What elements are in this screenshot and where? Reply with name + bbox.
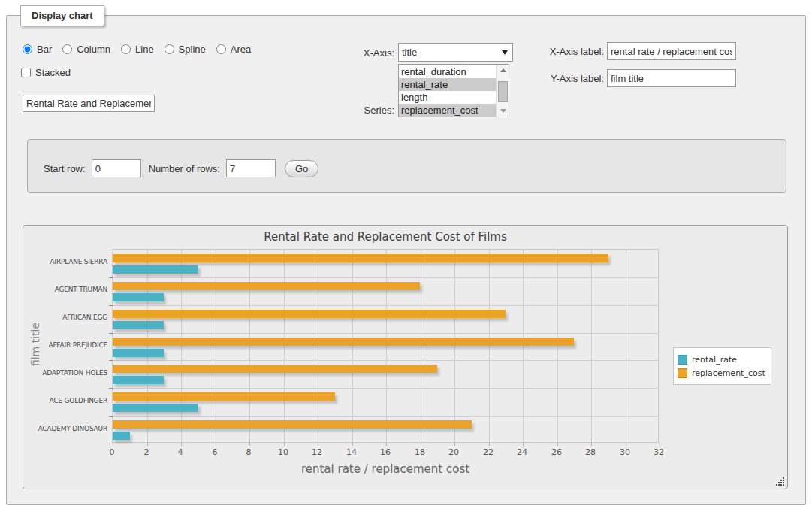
stacked-label[interactable]: Stacked: [35, 67, 71, 78]
chart-type-label-column[interactable]: Column: [77, 44, 110, 55]
scroll-up-icon[interactable]: [497, 65, 509, 76]
bar-rental_rate-adaptation-holes: [113, 376, 164, 384]
row-range-panel: Start row: Number of rows: Go: [27, 139, 786, 193]
gridline-vertical: [557, 250, 558, 442]
chart-type-label-spline[interactable]: Spline: [179, 44, 206, 55]
category-label: ACADEMY DINOSAUR: [23, 425, 107, 432]
gridline-horizontal: [113, 360, 658, 361]
gridline-vertical: [352, 250, 353, 442]
x-tick-mark: [181, 442, 182, 446]
bar-rental_rate-african-egg: [113, 321, 164, 329]
x-tick-mark: [557, 442, 558, 446]
x-tick-label: 2: [144, 447, 149, 457]
fieldset-legend: Display chart: [20, 5, 104, 26]
x-axis-label-caption: X-Axis label:: [538, 46, 604, 57]
y-tick-mark: [109, 416, 113, 417]
chart-title: Rental Rate and Replacement Cost of Film…: [112, 230, 659, 244]
x-axis-select[interactable]: title: [398, 43, 513, 62]
y-tick-mark: [109, 333, 113, 334]
bar-rental_rate-academy-dinosaur: [113, 432, 130, 440]
category-label: AGENT TRUMAN: [23, 286, 107, 293]
x-tick-mark: [626, 442, 626, 446]
x-tick-label: 28: [585, 447, 596, 457]
series-scrollbar[interactable]: [496, 65, 509, 117]
series-option-replacement_cost[interactable]: replacement_cost: [399, 104, 496, 117]
series-multiselect[interactable]: rental_durationrental_ratelengthreplacem…: [398, 64, 509, 117]
y-axis-title: film title: [29, 314, 41, 374]
chart-type-radio-bar[interactable]: [23, 44, 32, 54]
num-rows-label: Number of rows:: [149, 163, 220, 174]
y-tick-mark: [109, 388, 113, 389]
x-tick-label: 6: [213, 447, 218, 457]
y-axis-label-input[interactable]: [607, 69, 736, 87]
x-tick-mark: [284, 442, 285, 446]
scroll-down-icon[interactable]: [497, 105, 509, 117]
x-tick-label: 16: [380, 447, 391, 457]
chart-title-input[interactable]: [23, 95, 155, 112]
gridline-horizontal: [113, 388, 658, 389]
gridline-vertical: [284, 250, 285, 442]
series-option-rental_duration[interactable]: rental_duration: [399, 65, 496, 78]
x-tick-mark: [421, 442, 421, 446]
stacked-row: Stacked: [21, 67, 71, 78]
gridline-vertical: [181, 250, 182, 442]
series-option-rental_rate[interactable]: rental_rate: [399, 78, 496, 91]
x-tick-label: 22: [483, 447, 494, 457]
legend-swatch: [678, 355, 687, 365]
chart-type-label-bar[interactable]: Bar: [37, 44, 52, 55]
legend-label: rental_rate: [692, 355, 737, 365]
series-option-list: rental_durationrental_ratelengthreplacem…: [399, 65, 496, 117]
y-tick-mark: [109, 277, 113, 278]
chart-type-label-line[interactable]: Line: [135, 44, 154, 55]
y-tick-mark: [109, 444, 113, 444]
bar-rental_rate-affair-prejudice: [113, 349, 164, 357]
gridline-horizontal: [113, 333, 658, 334]
num-rows-input[interactable]: [226, 159, 276, 177]
chart-type-radio-line[interactable]: [121, 44, 131, 54]
x-tick-label: 4: [178, 447, 183, 457]
bar-replacement_cost-academy-dinosaur: [113, 420, 472, 429]
resize-grip-icon[interactable]: [776, 477, 785, 486]
gridline-vertical: [421, 250, 421, 442]
chart-type-radio-area[interactable]: [216, 44, 226, 54]
legend-entry-rental_rate: rental_rate: [678, 353, 765, 365]
gridline-vertical: [147, 250, 148, 442]
x-axis-label-input[interactable]: [607, 42, 736, 60]
x-axis-select-label: X-Axis:: [340, 47, 394, 59]
gridline-vertical: [249, 250, 250, 442]
x-tick-label: 14: [346, 447, 357, 457]
x-tick-mark: [147, 442, 148, 446]
x-tick-label: 30: [620, 447, 630, 457]
chart-type-radio-column[interactable]: [62, 44, 72, 54]
bar-replacement_cost-agent-truman: [113, 282, 420, 290]
x-tick-label: 0: [110, 447, 115, 457]
x-axis-select-wrap: title: [398, 43, 513, 62]
y-tick-mark: [109, 360, 113, 361]
x-tick-mark: [113, 442, 113, 446]
chart-type-radio-spline[interactable]: [165, 44, 174, 54]
start-row-label: Start row:: [44, 163, 86, 174]
bar-replacement_cost-adaptation-holes: [113, 365, 437, 373]
chart-type-label-area[interactable]: Area: [231, 44, 251, 55]
gridline-vertical: [454, 250, 455, 442]
gridline-horizontal: [113, 277, 658, 278]
category-label: ACE GOLDFINGER: [23, 397, 107, 404]
x-tick-mark: [318, 442, 318, 446]
scrollbar-thumb[interactable]: [498, 81, 508, 102]
go-button[interactable]: Go: [285, 160, 318, 177]
start-row-input[interactable]: [92, 159, 141, 177]
series-select-label: Series:: [340, 105, 394, 116]
x-tick-mark: [454, 442, 455, 446]
bar-replacement_cost-ace-goldfinger: [113, 392, 335, 401]
stacked-checkbox[interactable]: [21, 68, 31, 77]
x-tick-mark: [352, 442, 353, 446]
x-tick-label: 12: [312, 447, 322, 457]
gridline-vertical: [523, 250, 524, 442]
y-tick-mark: [109, 250, 113, 250]
gridline-vertical: [626, 250, 626, 442]
bar-rental_rate-airplane-sierra: [113, 265, 198, 274]
gridline-vertical: [591, 250, 592, 442]
x-axis-title: rental rate / replacement cost: [112, 462, 659, 476]
chart-type-radio-group: Bar Column Line Spline Area: [23, 44, 257, 55]
series-option-length[interactable]: length: [399, 91, 496, 104]
